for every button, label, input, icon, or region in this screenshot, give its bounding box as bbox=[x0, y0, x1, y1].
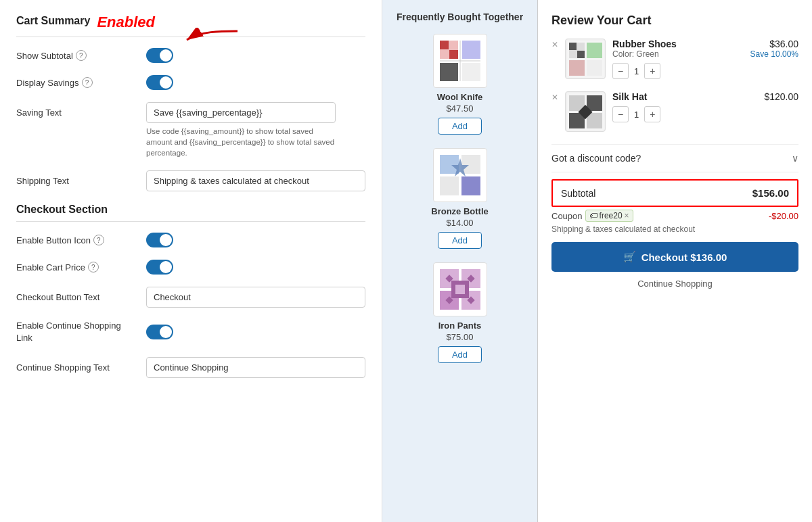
svg-rect-22 bbox=[455, 285, 465, 294]
svg-rect-12 bbox=[440, 176, 459, 195]
enable-button-icon-help[interactable]: ? bbox=[93, 235, 104, 245]
saving-text-input[interactable] bbox=[146, 102, 336, 123]
remove-rubber-shoes-button[interactable]: ✕ bbox=[551, 40, 558, 49]
wool-knife-name: Wool Knife bbox=[437, 92, 483, 102]
shipping-text-input[interactable] bbox=[146, 170, 365, 191]
rubber-shoes-image bbox=[565, 39, 606, 79]
shipping-text-row: Shipping Text bbox=[16, 170, 365, 191]
continue-shopping-text-label: Continue Shopping Text bbox=[16, 362, 138, 373]
svg-rect-6 bbox=[440, 63, 458, 81]
section-divider-2 bbox=[16, 221, 365, 222]
toggle-arrow-container bbox=[146, 48, 173, 63]
silk-hat-image bbox=[565, 91, 606, 132]
show-subtotal-toggle[interactable] bbox=[146, 48, 173, 63]
shipping-text-label: Shipping Text bbox=[16, 176, 138, 186]
cart-item-rubber-shoes: ✕ Rubber Shoes Color: Green − 1 + $36.00 bbox=[551, 39, 798, 79]
continue-shopping-text-input[interactable] bbox=[146, 357, 365, 378]
subtotal-box: Subtotal $156.00 bbox=[551, 179, 798, 207]
display-savings-row: Display Savings ? bbox=[16, 75, 365, 90]
silk-hat-price-col: $120.00 bbox=[764, 91, 798, 102]
coupon-discount: -$20.00 bbox=[769, 211, 798, 221]
saving-text-label: Saving Text bbox=[16, 102, 138, 118]
silk-hat-decrease-button[interactable]: − bbox=[612, 106, 629, 122]
display-savings-toggle-knob bbox=[160, 76, 172, 89]
bronze-bottle-name: Bronze Bottle bbox=[431, 206, 489, 216]
checkout-section-title: Checkout Section bbox=[16, 204, 365, 216]
rubber-shoes-svg bbox=[567, 41, 604, 78]
checkout-button-text-input[interactable] bbox=[146, 287, 365, 308]
wool-knife-add-button[interactable]: Add bbox=[438, 118, 482, 135]
bronze-bottle-add-button[interactable]: Add bbox=[438, 232, 482, 249]
enable-cart-price-row: Enable Cart Price ? bbox=[16, 260, 365, 275]
coupon-tag-icon: 🏷 bbox=[589, 211, 597, 220]
rubber-shoes-increase-button[interactable]: + bbox=[644, 63, 660, 79]
enable-cart-price-help[interactable]: ? bbox=[88, 262, 99, 272]
rubber-shoes-qty-control: − 1 + bbox=[612, 63, 744, 79]
saving-text-row: Saving Text Use code {{saving_amount}} t… bbox=[16, 102, 365, 158]
coupon-code: free20 bbox=[600, 211, 623, 220]
enable-cart-price-toggle[interactable] bbox=[146, 260, 173, 275]
silk-hat-name: Silk Hat bbox=[612, 91, 757, 102]
enable-cart-price-knob bbox=[160, 261, 172, 273]
iron-pants-image-svg bbox=[436, 266, 484, 313]
shipping-note: Shipping & taxes calculated at checkout bbox=[551, 224, 798, 234]
display-savings-help-icon[interactable]: ? bbox=[82, 77, 93, 88]
enable-button-icon-knob bbox=[160, 234, 172, 246]
svg-rect-36 bbox=[587, 95, 602, 111]
svg-rect-33 bbox=[587, 60, 602, 76]
red-arrow-icon bbox=[180, 28, 241, 48]
product-card-bronze-bottle: Bronze Bottle $14.00 Add bbox=[390, 148, 529, 249]
rubber-shoes-sub: Color: Green bbox=[612, 49, 744, 59]
svg-rect-5 bbox=[462, 41, 480, 59]
wool-knife-price: $47.50 bbox=[447, 103, 474, 114]
coupon-tag: 🏷 free20 × bbox=[585, 210, 633, 222]
left-panel: Cart Summary Enabled Show Subtotal ? bbox=[0, 0, 382, 522]
cart-summary-title: Cart Summary bbox=[16, 15, 90, 27]
enable-continue-shopping-toggle[interactable] bbox=[146, 325, 173, 339]
review-cart-title: Review Your Cart bbox=[551, 14, 798, 28]
svg-rect-14 bbox=[461, 176, 480, 195]
discount-chevron-icon: ∨ bbox=[792, 153, 798, 164]
svg-rect-7 bbox=[462, 63, 480, 81]
saving-text-field-col: Use code {{saving_amount}} to show total… bbox=[146, 102, 336, 158]
remove-coupon-button[interactable]: × bbox=[625, 211, 629, 220]
show-subtotal-help-icon[interactable]: ? bbox=[76, 50, 87, 61]
subtotal-label: Subtotal bbox=[561, 188, 595, 199]
silk-hat-price: $120.00 bbox=[764, 91, 798, 102]
right-panel: Review Your Cart ✕ Rubber Shoes Color: G… bbox=[538, 0, 812, 522]
checkout-button[interactable]: 🛒 Checkout $136.00 bbox=[551, 242, 798, 272]
rubber-shoes-qty: 1 bbox=[634, 66, 639, 76]
iron-pants-add-button[interactable]: Add bbox=[438, 346, 482, 363]
enable-continue-shopping-knob bbox=[160, 326, 172, 338]
discount-code-row[interactable]: Got a discount code? ∨ bbox=[551, 144, 798, 172]
rubber-shoes-price-col: $36.00 Save 10.00% bbox=[750, 39, 798, 59]
silk-hat-svg bbox=[567, 93, 604, 130]
continue-shopping-link[interactable]: Continue Shopping bbox=[551, 279, 798, 289]
svg-rect-13 bbox=[461, 155, 480, 174]
enable-continue-shopping-row: Enable Continue Shopping Link bbox=[16, 320, 365, 344]
svg-rect-4 bbox=[449, 50, 458, 59]
coupon-info: Coupon 🏷 free20 × bbox=[551, 210, 633, 222]
enable-continue-shopping-label: Enable Continue Shopping Link bbox=[16, 320, 138, 344]
enable-cart-price-label: Enable Cart Price ? bbox=[16, 262, 138, 272]
rubber-shoes-price: $36.00 bbox=[750, 39, 798, 49]
subtotal-value: $156.00 bbox=[752, 187, 789, 199]
coupon-label: Coupon bbox=[551, 211, 583, 221]
show-subtotal-label: Show Subtotal ? bbox=[16, 50, 138, 61]
show-subtotal-row: Show Subtotal ? bbox=[16, 48, 365, 63]
checkout-button-text-label: Checkout Button Text bbox=[16, 292, 138, 302]
wool-knife-image-svg bbox=[436, 37, 484, 85]
iron-pants-name: Iron Pants bbox=[438, 321, 482, 331]
rubber-shoes-decrease-button[interactable]: − bbox=[612, 63, 629, 79]
enable-button-icon-toggle[interactable] bbox=[146, 233, 173, 247]
product-card-iron-pants: Iron Pants $75.00 Add bbox=[390, 262, 529, 363]
svg-rect-29 bbox=[569, 43, 577, 50]
silk-hat-details: Silk Hat − 1 + bbox=[612, 91, 757, 122]
checkout-cart-icon: 🛒 bbox=[623, 251, 636, 263]
remove-silk-hat-button[interactable]: ✕ bbox=[551, 93, 558, 102]
silk-hat-increase-button[interactable]: + bbox=[644, 106, 660, 122]
display-savings-toggle[interactable] bbox=[146, 75, 173, 90]
checkout-button-label: Checkout $136.00 bbox=[641, 252, 727, 263]
show-subtotal-toggle-knob bbox=[160, 49, 172, 62]
saving-text-hint: Use code {{saving_amount}} to show total… bbox=[146, 126, 336, 158]
